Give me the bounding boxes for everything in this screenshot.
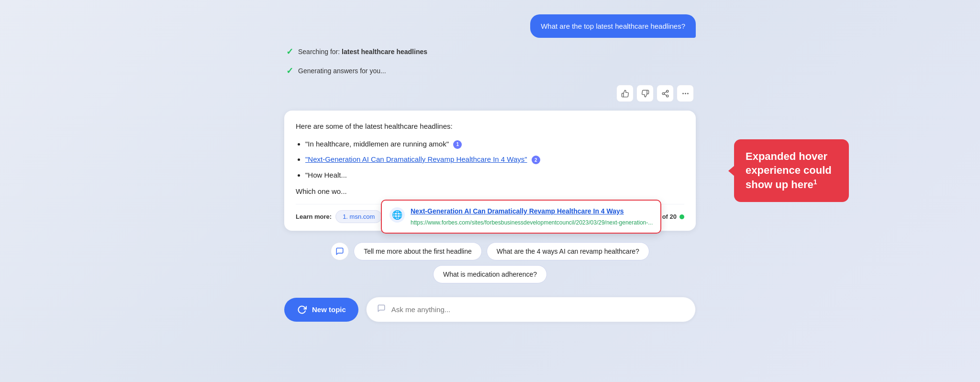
response-list: "In healthcare, middlemen are running am… [296, 139, 684, 181]
svg-line-4 [664, 91, 667, 93]
svg-line-3 [664, 94, 667, 95]
list-item: "How Healt... [305, 170, 684, 181]
which-one-text: Which one wo... [296, 187, 684, 195]
headline-link-2[interactable]: "Next-Generation AI Can Dramatically Rev… [305, 155, 527, 163]
response-intro: Here are some of the latest healthcare h… [296, 121, 684, 132]
headline-text-1: "In healthcare, middlemen are running am… [305, 140, 449, 148]
new-topic-label: New topic [312, 305, 346, 314]
response-outer-wrapper: Here are some of the latest healthcare h… [284, 111, 696, 231]
user-message-text: What are the top latest healthcare headl… [541, 22, 685, 30]
suggestion-3[interactable]: What is medication adherence? [433, 265, 547, 283]
thumbs-down-button[interactable] [636, 85, 654, 102]
status-generating: ✓ Generating answers for you... [284, 66, 696, 76]
check-icon-2: ✓ [286, 66, 293, 76]
suggestion-2[interactable]: What are the 4 ways AI can revamp health… [487, 242, 649, 260]
learn-more-label: Learn more: [296, 213, 332, 220]
svg-point-5 [682, 93, 684, 94]
status-text-searching: Searching for: latest healthcare headlin… [298, 48, 427, 56]
popup-url: https://www.forbes.com/sites/forbesbusin… [411, 218, 653, 227]
input-chat-icon [377, 304, 386, 315]
bottom-bar: New topic [284, 297, 696, 322]
list-item: "In healthcare, middlemen are running am… [305, 139, 684, 150]
status-text-generating: Generating answers for you... [298, 67, 386, 75]
green-status-dot [679, 214, 684, 219]
popup-content: Next-Generation AI Can Dramatically Reva… [411, 206, 653, 227]
new-topic-button[interactable]: New topic [284, 298, 358, 322]
svg-point-6 [685, 93, 686, 94]
action-toolbar [284, 85, 696, 102]
share-button[interactable] [657, 85, 674, 102]
check-icon-1: ✓ [286, 46, 293, 57]
callout-text: Expanded hover experience could show up … [746, 150, 832, 191]
suggestion-chat-icon [331, 242, 349, 260]
citation-2: 2 [532, 156, 540, 164]
suggestions-row: Tell me more about the first headline Wh… [284, 239, 696, 286]
input-bar[interactable] [366, 297, 696, 322]
globe-icon: 🌐 [390, 207, 405, 223]
expanded-hover-callout: Expanded hover experience could show up … [734, 139, 849, 202]
popup-title[interactable]: Next-Generation AI Can Dramatically Reva… [411, 206, 653, 216]
thumbs-up-button[interactable] [616, 85, 634, 102]
svg-point-7 [687, 93, 689, 94]
citation-1: 1 [453, 140, 462, 149]
status-searching: ✓ Searching for: latest healthcare headl… [284, 46, 696, 57]
suggestion-1[interactable]: Tell me more about the first headline [354, 242, 482, 260]
response-card: Here are some of the latest healthcare h… [284, 111, 696, 231]
user-bubble: What are the top latest healthcare headl… [530, 14, 696, 38]
more-options-button[interactable] [677, 85, 694, 102]
hover-popup: 🌐 Next-Generation AI Can Dramatically Re… [381, 200, 661, 234]
source-pill-1[interactable]: 1. msn.com [335, 210, 382, 223]
headline-text-3: "How Healt... [305, 171, 347, 179]
user-message-row: What are the top latest healthcare headl… [284, 14, 696, 38]
callout-sup: 1 [813, 178, 817, 185]
list-item: "Next-Generation AI Can Dramatically Rev… [305, 154, 684, 165]
search-input[interactable] [391, 305, 685, 314]
new-topic-icon [297, 304, 307, 315]
